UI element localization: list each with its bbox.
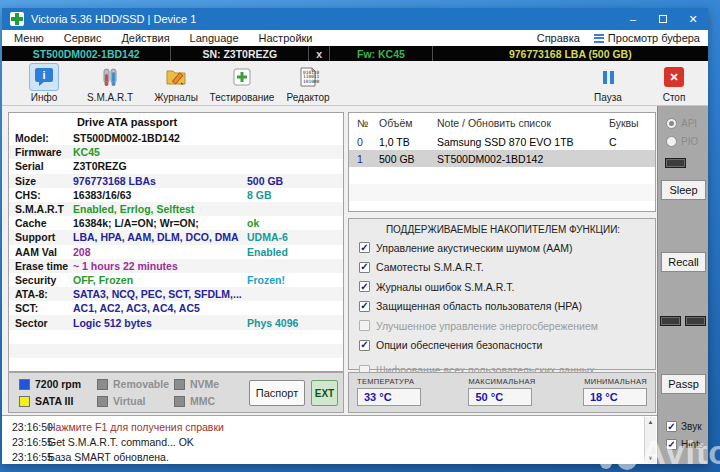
- checkbox-icon: [359, 262, 370, 273]
- passport-row-serial: SerialZ3T0REZG: [9, 159, 343, 173]
- legend-mmc: MMC: [174, 395, 215, 407]
- device-capacity: 976773168 LBA (500 GB): [433, 46, 708, 61]
- buffer-view-button[interactable]: Просмотр буфера: [594, 32, 702, 44]
- refresh-list-link[interactable]: Note / Обновить список: [437, 117, 609, 129]
- legend-removable: Removable: [97, 378, 169, 390]
- testing-tab-button[interactable]: Тестирование: [214, 63, 270, 103]
- checkbox-icon: [359, 320, 370, 331]
- passport-row-size: Size976773168 LBAs500 GB: [9, 174, 343, 188]
- drive-row-0[interactable]: 0 1,0 TB Samsung SSD 870 EVO 1TB C: [349, 133, 655, 150]
- ext-button[interactable]: EXT: [311, 380, 338, 406]
- scroll-up-icon[interactable]: ▲: [648, 419, 654, 425]
- legend-virtual: Virtual: [97, 395, 145, 407]
- passport-row-cache: Cache16384k; L/A=ON; Wr=ON;ok: [9, 216, 343, 230]
- app-icon: [10, 12, 24, 26]
- function-errorlogs[interactable]: Журналы ошибок S.M.A.R.T.: [359, 279, 647, 294]
- passport-row-sector: SectorLogic 512 bytesPhys 4096: [9, 315, 343, 329]
- svg-text:101000: 101000: [303, 79, 320, 84]
- function-selftests[interactable]: Самотесты S.M.A.R.T.: [359, 260, 647, 275]
- temperature-panel: ТЕМПЕРАТУРА 33 °C МАКСИМАЛЬНАЯ 50 °C МИН…: [348, 372, 656, 413]
- maximize-button[interactable]: [648, 8, 678, 30]
- passp-button[interactable]: Passp: [661, 374, 706, 394]
- yellow-square-icon: [19, 396, 30, 407]
- menu-bar: Меню Сервис Действия Language Настройки …: [2, 30, 708, 46]
- legend-panel: 7200 rpm SATA III Removable Virtual NVMe…: [8, 372, 344, 413]
- editor-icon: 010110110011101000: [293, 63, 323, 91]
- minimize-button[interactable]: –: [618, 8, 648, 30]
- pause-icon: [593, 63, 623, 91]
- device-serial: SN: Z3T0REZG: [171, 46, 309, 61]
- menu-help[interactable]: Справка: [531, 32, 594, 44]
- journals-tab-button[interactable]: Журналы: [148, 63, 204, 103]
- info-label: Инфо: [31, 92, 58, 103]
- list-icon: [594, 34, 604, 43]
- function-powermgmt[interactable]: Улучшенное управление энергосбережением: [359, 318, 647, 333]
- passport-row-empty: [9, 344, 343, 358]
- right-sidebar: API PIO Sleep Recall Passp Звук Hints: [657, 106, 708, 464]
- menu-actions[interactable]: Действия: [115, 32, 183, 44]
- maximize-icon: [659, 15, 667, 23]
- temp-max-value: 50 °C: [468, 388, 532, 406]
- smart-tab-button[interactable]: S.M.A.R.T: [82, 63, 138, 103]
- hints-checkbox[interactable]: Hints: [666, 439, 704, 450]
- pio-radio[interactable]: PIO: [666, 136, 698, 147]
- function-security[interactable]: Опции обеспечения безопасности: [359, 338, 647, 353]
- passport-row-smart: S.M.A.R.TEnabled, Errlog, Selftest: [9, 202, 343, 216]
- drive-row-1[interactable]: 1 500 GB ST500DM002-1BD142: [349, 150, 655, 167]
- info-icon: i: [29, 63, 59, 91]
- sound-checkbox[interactable]: Звук: [666, 421, 702, 432]
- supported-functions-panel: ПОДДЕРЖИВАЕМЫЕ НАКОПИТЕЛЕМ ФУНКЦИИ: Упра…: [348, 218, 656, 370]
- pause-button[interactable]: Пауза: [580, 63, 636, 103]
- blue-square-icon: [19, 379, 30, 390]
- mini-right-button[interactable]: [685, 316, 706, 326]
- function-aam[interactable]: Управление акустическим шумом (AAM): [359, 240, 647, 255]
- stop-button[interactable]: ✕ Стоп: [646, 63, 702, 103]
- main-content: Drive ATA passport Model:ST500DM002-1BD1…: [2, 106, 708, 464]
- grey-square-icon: [97, 379, 108, 390]
- pause-label: Пауза: [594, 92, 622, 103]
- legend-sata3: SATA III: [19, 395, 73, 407]
- mini-left-button[interactable]: [660, 316, 681, 326]
- scroll-down-icon[interactable]: ▼: [648, 455, 654, 461]
- testing-label: Тестирование: [210, 92, 275, 103]
- menu-service[interactable]: Сервис: [58, 32, 116, 44]
- api-radio[interactable]: API: [666, 118, 697, 129]
- radio-icon: [666, 118, 677, 129]
- device-firmware: Fw: KC45: [330, 46, 432, 61]
- recall-button[interactable]: Recall: [661, 252, 706, 272]
- app-window: Victoria 5.36 HDD/SSD | Device 1 – ✕ Мен…: [2, 8, 708, 464]
- passport-row-erase: Erase time~ 1 hours 22 minutes: [9, 259, 343, 273]
- editor-tab-button[interactable]: 010110110011101000 Редактор: [280, 63, 336, 103]
- ata-passport-panel: Drive ATA passport Model:ST500DM002-1BD1…: [8, 112, 344, 372]
- menu-main[interactable]: Меню: [8, 32, 58, 44]
- info-tab-button[interactable]: i Инфо: [16, 63, 72, 103]
- checkbox-icon: [359, 340, 370, 351]
- checkbox-icon: [359, 301, 370, 312]
- smart-label: S.M.A.R.T: [87, 92, 133, 103]
- legend-nvme: NVMe: [174, 378, 219, 390]
- passport-row-sct: SCT:AC1, AC2, AC3, AC4, AC5: [9, 301, 343, 315]
- close-button[interactable]: ✕: [678, 8, 708, 30]
- grey-square-icon: [174, 379, 185, 390]
- passport-title: Drive ATA passport: [9, 116, 245, 128]
- checkbox-icon: [359, 281, 370, 292]
- passport-row-model: Model:ST500DM002-1BD142: [9, 131, 343, 145]
- device-model: ST500DM002-1BD142: [2, 46, 171, 61]
- sleep-button[interactable]: Sleep: [661, 180, 706, 200]
- passport-row-aam: AAM Val208Enabled: [9, 245, 343, 259]
- passport-button[interactable]: Паспорт: [249, 380, 305, 406]
- grey-square-icon: [174, 396, 185, 407]
- grey-square-icon: [97, 396, 108, 407]
- log-scrollbar[interactable]: ▲ ▼: [644, 417, 656, 463]
- smart-icon: [95, 63, 125, 91]
- passport-row-chs: CHS:16383/16/638 GB: [9, 188, 343, 202]
- menu-settings[interactable]: Настройки: [253, 32, 327, 44]
- function-hpa[interactable]: Защищенная область пользователя (HPA): [359, 299, 647, 314]
- menu-language[interactable]: Language: [184, 32, 253, 44]
- temp-current-value: 33 °C: [357, 388, 421, 406]
- temp-min: МИНИМАЛЬНАЯ 18 °C: [583, 377, 647, 412]
- mini-display-button[interactable]: [665, 158, 686, 168]
- log-entry: 23:16:50Нажмите F1 для получения справки: [2, 419, 657, 434]
- log-entry: 23:16:55База SMART обновлена.: [2, 449, 657, 464]
- device-x-flag: x: [309, 46, 330, 61]
